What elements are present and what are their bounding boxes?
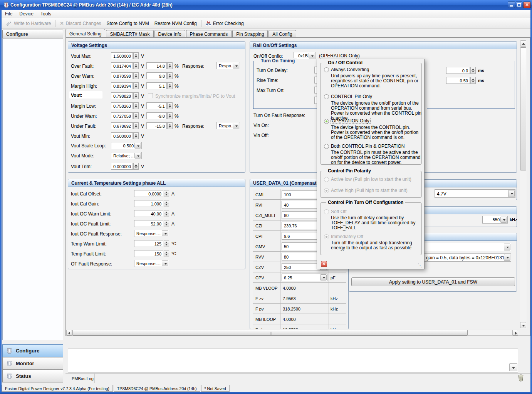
onoff-config-combo[interactable]: 0x1B [294, 52, 316, 59]
sync-margins-checkbox[interactable] [148, 93, 153, 98]
error-checking-button[interactable]: Error Checking [203, 20, 247, 27]
control-pin-only-label[interactable]: CONTROL Pin Only [331, 94, 372, 99]
both-control-operation-label[interactable]: Both CONTROL Pin & OPERATION [331, 144, 404, 149]
over-fault-input[interactable]: 0.917404 [111, 62, 133, 69]
active-low-radio[interactable] [324, 177, 329, 182]
tab-pmbus-log[interactable]: PMBus Log [68, 374, 95, 383]
menu-tools[interactable]: Tools [37, 10, 55, 18]
tab-pin-strapping[interactable]: Pin Strapping [232, 30, 268, 37]
maximize-button[interactable] [516, 2, 522, 8]
scroll-right-button[interactable] [512, 330, 518, 336]
always-converting-radio[interactable] [324, 67, 329, 72]
vout-min-spinner[interactable] [133, 132, 139, 139]
iout-cal-offset-spinner[interactable] [164, 190, 169, 197]
scroll-left-button[interactable] [66, 330, 72, 336]
under-fault-response-combo[interactable]: Respo... [216, 122, 240, 129]
immediately-off-radio[interactable] [324, 234, 329, 239]
vout-trim-spinner[interactable] [133, 163, 139, 170]
over-warn-pct-spinner[interactable] [167, 72, 173, 79]
under-fault-pct-spinner[interactable] [167, 122, 173, 129]
over-warn-spinner[interactable] [133, 72, 139, 79]
vout-spinner[interactable] [133, 92, 139, 99]
control-pin-only-radio[interactable] [324, 94, 329, 99]
menu-device[interactable]: Device [16, 10, 37, 18]
turn-off-delay-spinner[interactable] [470, 67, 476, 74]
log-scroll-down-button[interactable] [509, 363, 517, 371]
cpv-combo[interactable]: 6.25 [282, 274, 327, 281]
sidebar-item-status[interactable]: Status [2, 370, 63, 382]
popup-close-button[interactable]: ✕ [321, 261, 327, 267]
active-high-radio[interactable] [324, 188, 329, 193]
fall-time-spinner[interactable] [470, 77, 476, 84]
vout-scale-loop-combo[interactable]: 0.500 [111, 142, 142, 149]
operation-only-radio[interactable] [324, 119, 329, 124]
iout-oc-fault-input[interactable]: 52.00 [134, 220, 163, 227]
discard-changes-button[interactable]: ✕ Discard Changes [57, 20, 104, 27]
over-fault-spinner[interactable] [133, 62, 139, 69]
over-fault-pct-input[interactable]: 14.8 [146, 62, 167, 69]
margin-low-spinner[interactable] [133, 102, 139, 109]
margin-high-pct-input[interactable]: 5.1 [146, 82, 167, 89]
iout-oc-fault-response-combo[interactable]: Response=... [134, 230, 169, 237]
over-warn-input[interactable]: 0.870598 [111, 72, 133, 79]
fall-time-input[interactable]: 0.50 [446, 77, 470, 84]
switching-freq-combo[interactable]: 550 [482, 216, 508, 224]
over-warn-pct-input[interactable]: 9.0 [146, 72, 167, 79]
temp-fault-spinner[interactable] [164, 250, 169, 257]
write-to-hardware-button[interactable]: Write to Hardware [3, 20, 54, 27]
vout-trim-input[interactable]: 0.000000 [111, 163, 133, 170]
clear-log-trash-icon[interactable] [518, 374, 524, 383]
margin-low-input[interactable]: 0.758263 [111, 102, 133, 109]
horizontal-scrollbar[interactable] [66, 329, 519, 336]
store-config-nvm-button[interactable]: Store Config to NVM [104, 20, 152, 27]
soft-off-radio[interactable] [324, 209, 329, 214]
horizontal-scroll-thumb[interactable] [72, 330, 468, 336]
vout-max-input[interactable]: 1.500000 [111, 52, 133, 59]
vout-max-spinner[interactable] [133, 52, 139, 59]
title-bar[interactable]: Configuration TPSM8D6C24 @ PMBus Addr 20… [0, 0, 532, 10]
sidebar-splitter[interactable]: ..... [21, 340, 44, 344]
under-warn-input[interactable]: 0.727058 [111, 112, 133, 119]
over-fault-response-combo[interactable]: Respo... [216, 62, 240, 69]
sidebar-item-monitor[interactable]: Monitor [2, 357, 63, 370]
temp-fault-input[interactable]: 150 [134, 250, 163, 257]
temp-warn-input[interactable]: 125 [134, 240, 163, 247]
under-warn-pct-spinner[interactable] [167, 112, 173, 119]
pmbus-log-box[interactable] [68, 349, 518, 372]
vout-input[interactable]: 0.798828 [111, 92, 133, 99]
iout-cal-gain-input[interactable]: 1.000 [134, 200, 163, 207]
vertical-scrollbar[interactable] [520, 40, 527, 329]
vertical-scroll-thumb[interactable] [520, 47, 526, 170]
close-button[interactable]: ✕ [523, 2, 531, 8]
tab-phase-commands[interactable]: Phase Commands [186, 30, 232, 37]
iout-cal-offset-input[interactable]: 0.0000 [134, 190, 163, 197]
under-warn-spinner[interactable] [133, 112, 139, 119]
under-warn-pct-input[interactable]: -9.0 [146, 112, 167, 119]
iout-oc-fault-spinner[interactable] [164, 220, 169, 227]
margin-high-pct-spinner[interactable] [167, 82, 173, 89]
margin-high-input[interactable]: 0.839394 [111, 82, 133, 89]
under-fault-input[interactable]: 0.678692 [111, 122, 133, 129]
operation-only-label[interactable]: OPERATION Only [331, 118, 370, 124]
tab-smbalert-mask[interactable]: SMBALERT# Mask [106, 30, 153, 37]
under-fault-pct-input[interactable]: -15.0 [146, 122, 167, 129]
popup-resize-grip[interactable]: ⋱ [418, 262, 423, 268]
vout-min-input[interactable]: 0.500000 [111, 132, 133, 139]
restore-nvm-config-button[interactable]: Restore NVM Config [152, 20, 200, 27]
over-fault-pct-spinner[interactable] [167, 62, 173, 69]
both-control-operation-radio[interactable] [324, 144, 329, 149]
iout-cal-gain-spinner[interactable] [164, 200, 169, 207]
iout-oc-warn-spinner[interactable] [164, 210, 169, 217]
ot-fault-response-combo[interactable]: Response=... [134, 260, 169, 267]
tab-all-config[interactable]: All Config [269, 30, 296, 37]
vin-combo[interactable]: 4.7V [435, 189, 515, 198]
menu-file[interactable]: File [2, 10, 16, 18]
tab-device-info[interactable]: Device Info [154, 30, 185, 37]
apply-setting-button[interactable]: Apply setting to USER_DATA_01 and FSW [351, 277, 515, 286]
turn-off-delay-input[interactable]: 0.0 [446, 67, 470, 74]
always-converting-label[interactable]: Always Converting [331, 67, 369, 72]
scroll-up-button[interactable] [520, 40, 526, 47]
vout-mode-combo[interactable]: Relative; ... [111, 152, 142, 159]
margin-low-pct-input[interactable]: -5.1 [146, 102, 167, 109]
sidebar-item-configure[interactable]: Configure [2, 344, 63, 357]
